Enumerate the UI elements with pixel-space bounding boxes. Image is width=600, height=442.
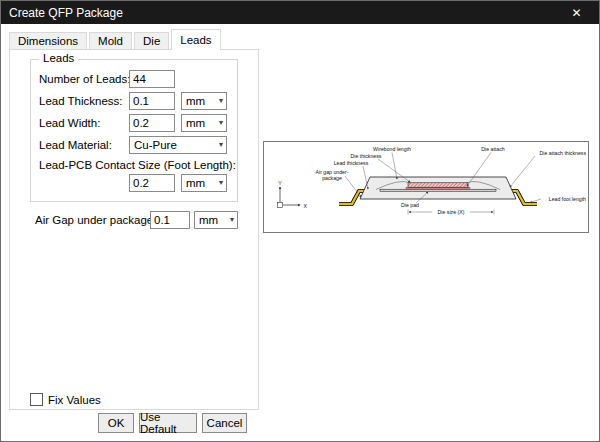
tab-bar: Dimensions Mold Die Leads: [9, 29, 223, 50]
contact-size-unit-value: mm: [186, 177, 205, 189]
air-gap-unit-value: mm: [199, 214, 218, 226]
leads-groupbox: Leads Number of Leads: Lead Thickness: m…: [30, 59, 238, 202]
y-axis-label: Y: [278, 180, 282, 186]
fix-values-checkbox[interactable]: [30, 393, 43, 406]
lead-thickness-label: Lead Thickness:: [39, 95, 123, 107]
tab-mold[interactable]: Mold: [89, 32, 132, 50]
chevron-down-icon: ▾: [219, 179, 223, 187]
chevron-down-icon: ▾: [219, 97, 223, 105]
die-attach-thickness-label: Die attach thickness: [540, 150, 587, 156]
qfp-cross-section-diagram: Y X: [264, 142, 588, 232]
tab-leads[interactable]: Leads: [171, 29, 220, 50]
lead-width-input[interactable]: [129, 114, 175, 132]
lead-material-label: Lead Material:: [39, 139, 112, 151]
fix-values-label: Fix Values: [48, 394, 101, 406]
lead-thickness-input[interactable]: [129, 92, 175, 110]
die-pad-shape: [380, 189, 496, 191]
lead-width-unit-value: mm: [186, 117, 205, 129]
axis-origin-box: [278, 203, 283, 208]
leads-tab-page: Leads Number of Leads: Lead Thickness: m…: [9, 49, 259, 410]
die-attach-thickness-leader: [510, 156, 535, 187]
lead-foot-length-leader: [530, 199, 541, 203]
chevron-down-icon: ▾: [230, 216, 234, 224]
leads-group-title: Leads: [39, 52, 78, 64]
lead-thickness-label: Lead thickness: [334, 160, 369, 166]
die-attach-shape: [406, 187, 470, 189]
number-of-leads-input[interactable]: [129, 70, 175, 88]
x-axis-label: X: [304, 203, 308, 209]
tab-die[interactable]: Die: [134, 32, 169, 50]
contact-size-input[interactable]: [129, 174, 175, 192]
contact-size-unit-select[interactable]: mm ▾: [181, 174, 227, 192]
title-bar: Create QFP Package ✕: [1, 1, 599, 24]
tab-die-label: Die: [143, 35, 160, 47]
use-default-button[interactable]: Use Default: [139, 413, 197, 433]
window-title: Create QFP Package: [1, 6, 123, 20]
die-attach-label: Die attach: [481, 146, 504, 152]
cancel-button[interactable]: Cancel: [202, 413, 247, 433]
close-button[interactable]: ✕: [554, 1, 599, 24]
tab-dimensions[interactable]: Dimensions: [9, 32, 87, 50]
lead-thickness-unit-select[interactable]: mm ▾: [181, 92, 227, 110]
air-gap-leader: [345, 176, 361, 197]
air-gap-unit-select[interactable]: mm ▾: [194, 211, 238, 229]
lead-thickness-leader: [363, 166, 368, 189]
chevron-down-icon: ▾: [219, 141, 223, 149]
tab-leads-label: Leads: [180, 34, 211, 46]
lead-width-unit-select[interactable]: mm ▾: [181, 114, 227, 132]
fix-values-row: Fix Values: [30, 393, 101, 406]
air-gap-label-line2: package: [322, 175, 342, 181]
die-hatch: [408, 183, 468, 187]
contact-size-label: Lead-PCB Contact Size (Foot Length):: [39, 159, 236, 171]
close-icon: ✕: [571, 6, 581, 20]
air-gap-label: Air Gap under package:: [35, 214, 156, 226]
lead-width-label: Lead Width:: [39, 117, 100, 129]
lead-material-value: Cu-Pure: [134, 139, 177, 151]
wirebond-length-label: Wirebond length: [373, 146, 411, 152]
tab-mold-label: Mold: [98, 35, 123, 47]
ok-button[interactable]: OK: [98, 413, 134, 433]
die-pad-label: Die pad: [401, 202, 419, 208]
lead-foot-length-label: Lead foot length: [549, 196, 586, 202]
die-thickness-label: Die thickness: [351, 153, 382, 159]
qfp-diagram-panel: Y X: [263, 141, 589, 233]
number-of-leads-label: Number of Leads:: [39, 73, 130, 85]
air-gap-input[interactable]: [150, 211, 190, 229]
die-size-label: Die size (X): [438, 209, 465, 215]
lead-thickness-unit-value: mm: [186, 95, 205, 107]
tab-dimensions-label: Dimensions: [18, 35, 78, 47]
create-qfp-package-dialog: Create QFP Package ✕ Dimensions Mold Die…: [0, 0, 600, 442]
wirebond-length-leader: [392, 153, 397, 180]
chevron-down-icon: ▾: [219, 119, 223, 127]
lead-material-select[interactable]: Cu-Pure ▾: [129, 136, 227, 154]
